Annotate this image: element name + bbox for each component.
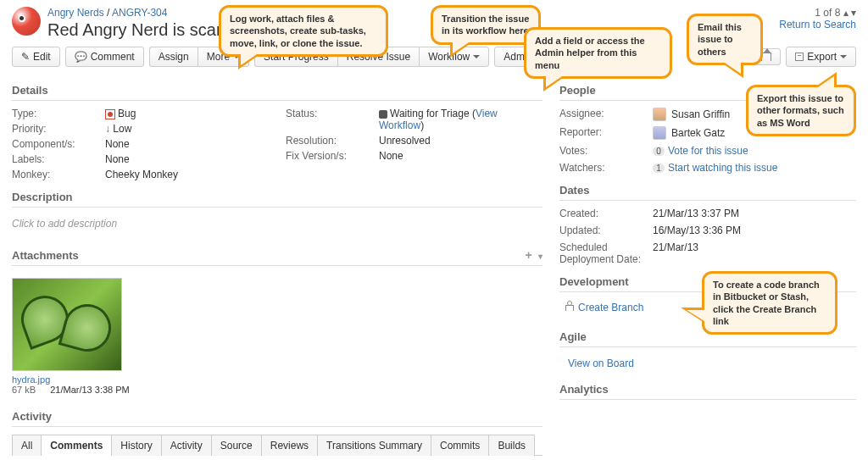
updated-value: 16/May/13 3:36 PM (653, 224, 856, 236)
votes-label: Votes: (559, 145, 653, 157)
breadcrumb: Angry Nerds / ANGRY-304 (47, 7, 231, 19)
comment-button[interactable]: 💬 Comment (65, 47, 144, 67)
branch-icon (565, 301, 575, 311)
dates-heading: Dates (559, 180, 856, 201)
activity-heading: Activity (12, 407, 542, 427)
assign-button[interactable]: Assign (149, 47, 198, 67)
monkey-value: Cheeky Monkey (105, 169, 269, 180)
type-value: Bug (105, 108, 269, 119)
chevron-down-icon (840, 55, 847, 58)
view-on-board-link[interactable]: View on Board (568, 357, 634, 369)
export-menu[interactable]: Export (786, 47, 856, 67)
tab-commits[interactable]: Commits (431, 435, 489, 456)
scheduled-value: 21/Mar/13 (653, 241, 856, 265)
status-label: Status: (286, 108, 379, 131)
attachments-menu-icon[interactable]: ▾ (538, 252, 542, 261)
callout-branch: To create a code branch in Bitbucket or … (702, 271, 837, 335)
vote-link[interactable]: Vote for this issue (668, 145, 748, 157)
assignee-label: Assignee: (559, 108, 653, 121)
votes-badge: 0 (653, 147, 665, 156)
reporter-label: Reporter: (559, 126, 653, 140)
tab-transitions-summary[interactable]: Transitions Summary (317, 435, 431, 456)
fixversion-value: None (379, 150, 542, 162)
tab-comments[interactable]: Comments (41, 435, 112, 456)
description-heading: Description (12, 187, 542, 208)
attachment-size: 67 kB (12, 385, 36, 395)
attachment-date: 21/Mar/13 3:38 PM (50, 385, 130, 395)
watch-link[interactable]: Start watching this issue (668, 162, 777, 174)
created-label: Created: (559, 208, 653, 219)
description-placeholder[interactable]: Click to add description (12, 214, 542, 238)
export-icon (795, 53, 804, 61)
monkey-label: Monkey: (12, 169, 105, 180)
updated-label: Updated: (559, 224, 653, 236)
tab-activity[interactable]: Activity (161, 435, 212, 456)
callout-export: Export this issue to other formats, such… (746, 85, 856, 136)
labels-value: None (105, 153, 269, 165)
votes-value: 0Vote for this issue (653, 145, 856, 157)
type-label: Type: (12, 108, 105, 119)
create-branch-link[interactable]: Create Branch (578, 302, 643, 313)
status-value: Waiting for Triage (View Workflow) (379, 108, 542, 131)
tab-builds[interactable]: Builds (488, 435, 535, 456)
status-icon (379, 110, 387, 119)
attachments-heading: Attachments + ▾ (12, 245, 542, 266)
resolution-value: Unresolved (379, 135, 542, 147)
components-value: None (105, 138, 269, 150)
attachment-thumbnail[interactable] (12, 278, 122, 371)
project-avatar (12, 7, 41, 36)
tab-source[interactable]: Source (211, 435, 262, 456)
callout-more: Log work, attach files & screenshots, cr… (219, 5, 388, 57)
add-attachment-icon[interactable]: + (526, 248, 532, 262)
tab-history[interactable]: History (111, 435, 161, 456)
issue-title: Red Angry Nerd is scary (47, 20, 231, 40)
activity-tabs: All Comments History Activity Source Rev… (12, 434, 542, 456)
tab-all[interactable]: All (12, 435, 42, 456)
callout-admin: Add a field or access the Admin helper f… (524, 27, 672, 79)
breadcrumb-key[interactable]: ANGRY-304 (112, 7, 167, 19)
resolution-label: Resolution: (286, 135, 379, 147)
attachment-filename[interactable]: hydra.jpg (12, 374, 50, 385)
created-value: 21/Mar/13 3:37 PM (653, 208, 856, 219)
priority-value: ↓ Low (105, 123, 269, 135)
share-icon (761, 53, 771, 61)
watchers-label: Watchers: (559, 162, 653, 174)
breadcrumb-project[interactable]: Angry Nerds (47, 7, 104, 19)
fixversion-label: Fix Version/s: (286, 150, 379, 162)
return-to-search-link[interactable]: Return to Search (779, 19, 856, 30)
watchers-value: 1Start watching this issue (653, 162, 856, 174)
analytics-heading: Analytics (559, 380, 856, 400)
labels-label: Labels: (12, 153, 105, 165)
chevron-down-icon (473, 55, 480, 58)
avatar-icon (653, 126, 666, 140)
priority-label: Priority: (12, 123, 105, 135)
edit-button[interactable]: ✎ Edit (12, 47, 60, 67)
details-heading: Details (12, 80, 542, 101)
tab-reviews[interactable]: Reviews (261, 435, 318, 456)
scheduled-label: Scheduled Deployment Date: (559, 241, 653, 265)
avatar-icon (653, 108, 666, 121)
callout-share: Email this issue to others (687, 14, 763, 65)
bug-icon (105, 109, 115, 119)
components-label: Component/s: (12, 138, 105, 150)
issue-pager[interactable]: 1 of 8 ▴ ▾ (779, 7, 856, 19)
watchers-badge: 1 (653, 163, 665, 173)
